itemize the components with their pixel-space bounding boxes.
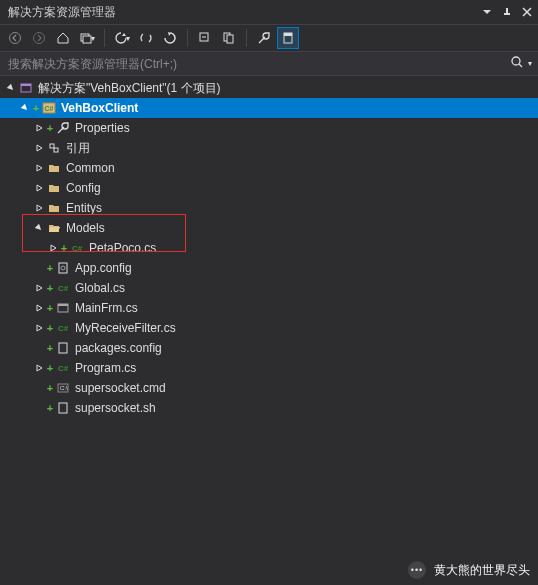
vcs-plus-icon: + [32,102,40,114]
node-label: packages.config [75,341,162,355]
tree-node-folder[interactable]: Common [0,158,538,178]
pending-changes-icon[interactable]: ▾ [111,27,133,49]
show-all-files-icon[interactable] [218,27,240,49]
window-controls [480,5,534,19]
csharp-project-icon: C# [41,100,57,116]
svg-rect-24 [58,304,68,306]
node-label: Config [66,181,101,195]
tree-node-folder[interactable]: Config [0,178,538,198]
vcs-plus-icon: + [46,122,54,134]
tree-node-references[interactable]: 引用 [0,138,538,158]
tree-node-file[interactable]: + supersocket.sh [0,398,538,418]
collapse-icon[interactable] [32,281,46,295]
solution-label: 解决方案"VehBoxClient"(1 个项目) [38,80,221,97]
collapse-icon[interactable] [32,201,46,215]
back-icon[interactable] [4,27,26,49]
search-box[interactable]: ▾ [0,52,538,76]
wrench-icon [55,120,71,136]
vcs-plus-icon: + [46,362,54,374]
refresh-icon[interactable] [159,27,181,49]
vcs-plus-icon: + [46,382,54,394]
solution-icon [18,80,34,96]
folder-icon [46,160,62,176]
svg-rect-17 [54,148,58,152]
tree-node-file[interactable]: + C:\ supersocket.cmd [0,378,538,398]
node-label: Common [66,161,115,175]
node-label: supersocket.sh [75,401,156,415]
collapse-icon[interactable] [32,361,46,375]
sync-icon[interactable] [135,27,157,49]
tree-node-file[interactable]: + C# PetaPoco.cs [0,238,538,258]
toolbar-separator [187,29,188,47]
svg-rect-13 [21,84,31,86]
config-file-icon [55,340,71,356]
tree-node-file[interactable]: + C# Program.cs [0,358,538,378]
collapse-icon[interactable] [32,161,46,175]
preview-selected-icon[interactable] [277,27,299,49]
config-file-icon [55,260,71,276]
collapse-icon[interactable] [46,241,60,255]
node-label: Entitys [66,201,102,215]
folder-icon [46,200,62,216]
properties-icon[interactable] [253,27,275,49]
close-icon[interactable] [520,5,534,19]
sync-views-icon[interactable]: ▾ [76,27,98,49]
svg-point-3 [34,33,45,44]
expand-icon[interactable] [4,81,18,95]
node-label: Program.cs [75,361,136,375]
vcs-plus-icon: + [60,242,68,254]
node-label: Models [66,221,105,235]
vcs-plus-icon: + [46,402,54,414]
svg-rect-16 [50,144,54,148]
forward-icon[interactable] [28,27,50,49]
project-label: VehBoxClient [61,101,138,115]
svg-rect-8 [227,35,233,43]
collapse-icon[interactable] [32,141,46,155]
tree-node-models[interactable]: Models [0,218,538,238]
vcs-plus-icon: + [46,282,54,294]
form-file-icon [55,300,71,316]
collapse-all-icon[interactable] [194,27,216,49]
tree-node-file[interactable]: + packages.config [0,338,538,358]
expand-icon[interactable] [32,221,46,235]
folder-open-icon [46,220,62,236]
toolbar: ▾ ▾ [0,24,538,52]
tree-node-properties[interactable]: + Properties [0,118,538,138]
svg-text:C#: C# [45,105,54,112]
toolbar-separator [104,29,105,47]
svg-rect-1 [504,13,510,15]
collapse-icon[interactable] [32,321,46,335]
tree-node-file[interactable]: + App.config [0,258,538,278]
svg-text:C#: C# [72,244,83,253]
search-icon[interactable] [510,55,524,72]
collapse-icon[interactable] [32,121,46,135]
svg-text:C#: C# [58,324,69,333]
cmd-file-icon: C:\ [55,380,71,396]
window-menu-icon[interactable] [480,5,494,19]
vcs-plus-icon: + [46,302,54,314]
watermark-icon: ••• [408,561,426,579]
node-label: 引用 [66,140,90,157]
svg-text:C#: C# [58,364,69,373]
home-icon[interactable] [52,27,74,49]
node-label: PetaPoco.cs [89,241,156,255]
collapse-icon[interactable] [32,181,46,195]
node-label: Global.cs [75,281,125,295]
search-dropdown-icon[interactable]: ▾ [528,59,532,68]
references-icon [46,140,62,156]
tree-node-file[interactable]: + C# Global.cs [0,278,538,298]
expand-icon[interactable] [18,101,32,115]
search-input[interactable] [6,56,510,72]
tree-node-file[interactable]: + C# MyReceiveFilter.cs [0,318,538,338]
pin-icon[interactable] [500,5,514,19]
svg-rect-30 [59,403,67,413]
tree-node-folder[interactable]: Entitys [0,198,538,218]
collapse-icon[interactable] [32,301,46,315]
svg-point-21 [61,266,65,270]
solution-node[interactable]: 解决方案"VehBoxClient"(1 个项目) [0,78,538,98]
watermark-text: 黄大熊的世界尽头 [434,562,530,579]
project-node[interactable]: + C# VehBoxClient [0,98,538,118]
node-label: App.config [75,261,132,275]
vcs-plus-icon: + [46,342,54,354]
tree-node-file[interactable]: + MainFrm.cs [0,298,538,318]
